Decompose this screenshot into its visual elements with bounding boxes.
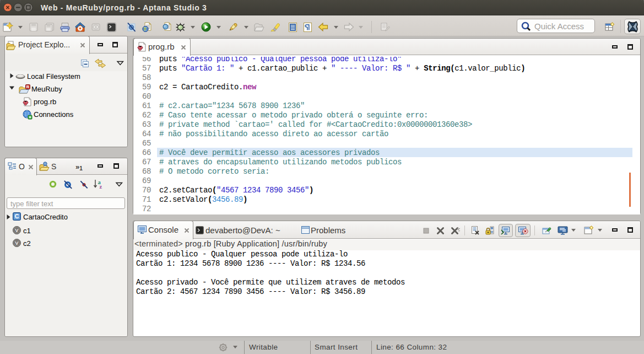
svg-text:C: C [15, 213, 19, 219]
svg-text:V: V [15, 227, 19, 233]
svg-text:z: z [100, 184, 102, 190]
svg-text:R: R [26, 84, 30, 89]
svg-text:V: V [15, 240, 19, 246]
